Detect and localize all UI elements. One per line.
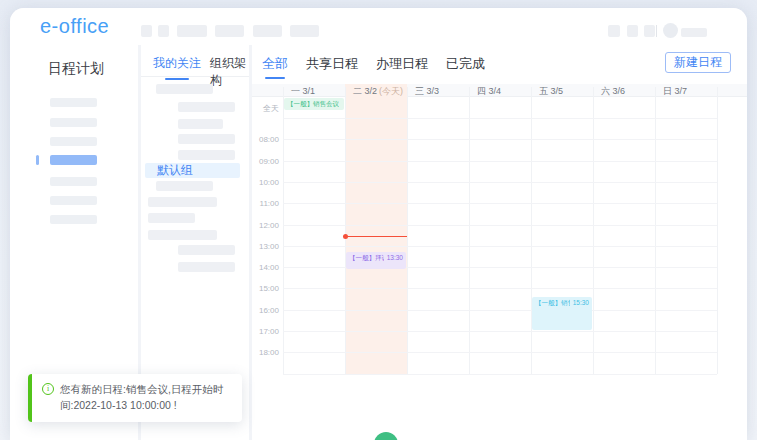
app-window: e-office 日程计划 我的关注 组织架构 [10, 8, 747, 440]
calendar-panel: 全部共享日程办理日程已完成 新建日程 一 3/1二 3/2(今天)三 3/3四 … [252, 45, 747, 440]
calendar-tab-2[interactable]: 办理日程 [376, 55, 428, 73]
event-chip-1[interactable]: 【一般】拜访客户13:30 [346, 252, 406, 269]
day-header-4: 四 3/4 [477, 85, 501, 98]
tree-skeleton-item [178, 150, 235, 160]
grid-vline [717, 87, 718, 374]
topbar-skeleton-menu [290, 25, 319, 37]
time-label-16:00: 16:00 [252, 305, 279, 314]
avatar [663, 23, 678, 38]
page-title: 日程计划 [48, 60, 104, 78]
active-indicator [36, 155, 39, 165]
all-day-label: 全天 [252, 102, 279, 113]
grid-hline [283, 288, 717, 289]
topbar-skeleton-menu [177, 25, 207, 37]
time-label-12:00: 12:00 [252, 220, 279, 229]
time-label-11:00: 11:00 [252, 199, 279, 208]
time-label-10:00: 10:00 [252, 177, 279, 186]
topbar-skeleton-menu [215, 25, 244, 37]
tree-skeleton-item [178, 119, 223, 129]
day-header-5: 五 3/5 [539, 85, 563, 98]
tree-skeleton-item [178, 245, 235, 255]
tree-skeleton-item [178, 262, 235, 272]
topbar-skeleton-icon [141, 25, 152, 37]
grid-hline [283, 161, 717, 162]
grid-hline [283, 352, 717, 353]
topbar-divider [656, 25, 657, 37]
tree-skeleton-item [156, 84, 213, 94]
topbar-skeleton-action [627, 25, 638, 37]
grid-hline [283, 182, 717, 183]
sidebar-item-active [50, 155, 97, 165]
topbar: e-office [10, 8, 747, 45]
current-time-line [345, 236, 407, 237]
notification-text: 您有新的日程:销售会议,日程开始时间:2022-10-13 10:00:00 ! [60, 382, 234, 414]
calendar-filter-tabs: 全部共享日程办理日程已完成 [262, 55, 485, 73]
grid-hline [283, 374, 717, 375]
day-header-3: 三 3/3 [415, 85, 439, 98]
time-label-13:00: 13:00 [252, 241, 279, 250]
topbar-skeleton-action [644, 25, 655, 37]
tree-skeleton-item [178, 102, 235, 112]
day-header-1: 一 3/1 [291, 85, 315, 98]
tree-item-default-group[interactable]: 默认组 [145, 163, 240, 178]
tree-skeleton-item [148, 197, 217, 207]
grid-hline [283, 118, 717, 119]
sidebar-skeleton-item [50, 137, 97, 146]
info-icon: i [42, 383, 54, 395]
topbar-skeleton-username [681, 28, 707, 37]
notification-toast[interactable]: i 您有新的日程:销售会议,日程开始时间:2022-10-13 10:00:00… [28, 374, 242, 422]
new-schedule-button[interactable]: 新建日程 [665, 52, 731, 73]
topbar-skeleton-action [608, 25, 620, 37]
time-label-09:00: 09:00 [252, 156, 279, 165]
sidebar-skeleton-item [50, 196, 97, 205]
grid-hline [283, 139, 717, 140]
grid-hline [283, 310, 717, 311]
calendar-tab-3[interactable]: 已完成 [446, 55, 485, 73]
tree-skeleton-item [156, 181, 213, 191]
event-chip-2[interactable]: 【一般】销售会议15:30 [532, 297, 592, 330]
grid-hline [283, 246, 717, 247]
page: e-office 日程计划 我的关注 组织架构 [0, 0, 757, 440]
time-label-18:00: 18:00 [252, 348, 279, 357]
tab-my-follow[interactable]: 我的关注 [153, 55, 201, 72]
time-label-08:00: 08:00 [252, 135, 279, 144]
calendar-tab-0[interactable]: 全部 [262, 55, 288, 73]
app-logo: e-office [40, 8, 109, 45]
tree-skeleton-item [148, 213, 195, 223]
topbar-skeleton-icon [158, 25, 169, 37]
time-label-15:00: 15:00 [252, 284, 279, 293]
grid-hline [283, 225, 717, 226]
event-chip-0[interactable]: 【一般】销售会议 [284, 98, 344, 110]
sidebar-skeleton-item [50, 98, 97, 107]
calendar-tab-1[interactable]: 共享日程 [306, 55, 358, 73]
tree-tabs: 我的关注 组织架构 [141, 45, 249, 77]
tree-skeleton-item [148, 230, 217, 240]
sidebar-skeleton-item [50, 118, 97, 127]
week-grid: 一 3/1二 3/2(今天)三 3/3四 3/4五 3/5六 3/6日 3/7全… [252, 84, 747, 375]
day-header-7: 日 3/7 [663, 85, 687, 98]
sidebar-skeleton-item [50, 215, 97, 224]
grid-hline [283, 203, 717, 204]
day-header-6: 六 3/6 [601, 85, 625, 98]
sidebar-skeleton-item [50, 177, 97, 186]
grid-hline [283, 331, 717, 332]
time-label-14:00: 14:00 [252, 263, 279, 272]
topbar-skeleton-menu [253, 25, 282, 37]
tab-org-structure[interactable]: 组织架构 [210, 55, 249, 89]
time-label-17:00: 17:00 [252, 327, 279, 336]
tree-skeleton-item [178, 134, 235, 144]
day-header-2: 二 3/2(今天) [353, 85, 403, 98]
